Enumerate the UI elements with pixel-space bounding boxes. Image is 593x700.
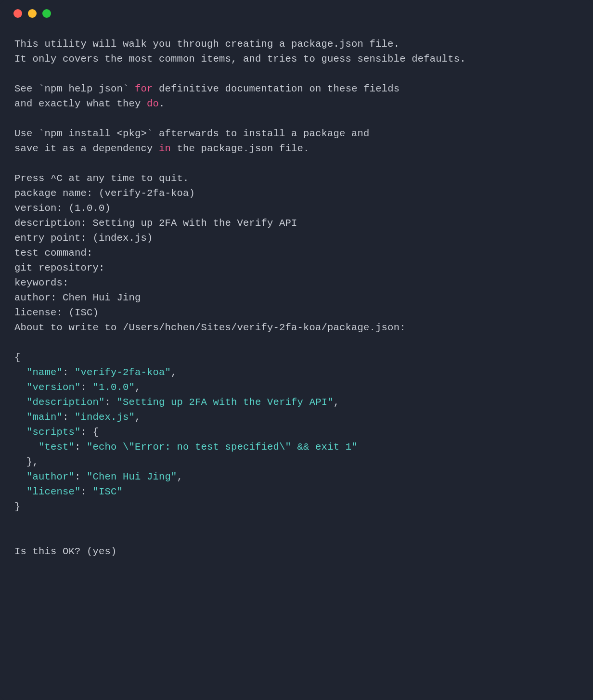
json-key: "author" xyxy=(26,471,75,482)
titlebar xyxy=(0,0,593,27)
json-value: "echo \"Error: no test specified\" && ex… xyxy=(87,441,358,453)
intro-line: See `npm help json` for definitive docum… xyxy=(14,83,400,94)
prompt-keywords: keywords: xyxy=(14,277,69,288)
json-value: "index.js" xyxy=(75,412,135,423)
json-key: "version" xyxy=(26,382,81,393)
prompt-test-command: test command: xyxy=(14,247,93,259)
intro-line: and exactly what they do. xyxy=(14,98,165,109)
json-brace-open: { xyxy=(14,352,21,363)
keyword-in: in xyxy=(159,143,171,154)
intro-line: save it as a dependency in the package.j… xyxy=(14,143,309,154)
prompt-license: license: (ISC) xyxy=(14,307,99,318)
prompt-package-name: package name: (verify-2fa-koa) xyxy=(14,188,195,199)
intro-line: It only covers the most common items, an… xyxy=(14,53,466,65)
json-value: "Chen Hui Jing" xyxy=(87,471,177,482)
terminal-window: This utility will walk you through creat… xyxy=(0,0,593,700)
terminal-output: This utility will walk you through creat… xyxy=(0,27,593,573)
intro-line: This utility will walk you through creat… xyxy=(14,39,400,50)
json-key: "name" xyxy=(26,367,63,378)
keyword-do: do xyxy=(147,98,159,109)
close-icon[interactable] xyxy=(13,9,22,18)
json-key: "main" xyxy=(26,412,63,423)
json-key: "scripts" xyxy=(26,427,81,438)
intro-line: Press ^C at any time to quit. xyxy=(14,173,189,184)
prompt-entry-point: entry point: (index.js) xyxy=(14,233,153,244)
json-value: "verify-2fa-koa" xyxy=(75,367,171,378)
json-value: "ISC" xyxy=(93,486,123,497)
prompt-description: description: Setting up 2FA with the Ver… xyxy=(14,218,297,229)
prompt-version: version: (1.0.0) xyxy=(14,203,111,214)
json-key: "description" xyxy=(26,397,105,408)
maximize-icon[interactable] xyxy=(42,9,51,18)
minimize-icon[interactable] xyxy=(28,9,37,18)
confirm-prompt[interactable]: Is this OK? (yes) xyxy=(14,546,117,557)
json-key: "test" xyxy=(39,441,75,453)
prompt-git-repository: git repository: xyxy=(14,262,105,273)
keyword-for: for xyxy=(135,83,153,94)
intro-line: Use `npm install <pkg>` afterwards to in… xyxy=(14,128,370,139)
json-brace-close: } xyxy=(14,501,21,512)
json-key: "license" xyxy=(26,486,81,497)
about-to-write: About to write to /Users/hchen/Sites/ver… xyxy=(14,322,406,333)
json-value: "Setting up 2FA with the Verify API" xyxy=(117,397,334,408)
json-value: "1.0.0" xyxy=(93,382,135,393)
prompt-author: author: Chen Hui Jing xyxy=(14,292,141,303)
